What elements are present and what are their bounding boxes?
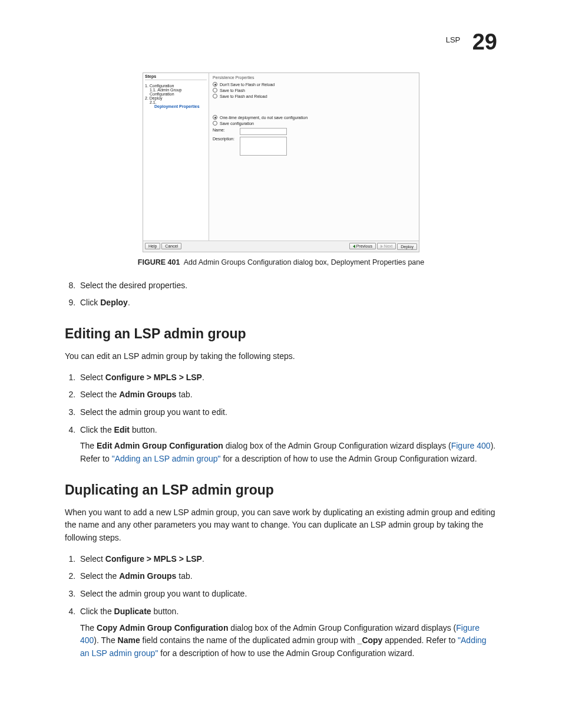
- persistence-properties-title: Persistence Properties: [213, 75, 415, 80]
- step-8: Select the desired properties.: [78, 279, 497, 292]
- radio-save-flash[interactable]: Save to Flash: [213, 88, 415, 93]
- duplicating-lead: When you want to add a new LSP admin gro…: [65, 506, 497, 545]
- cancel-button[interactable]: Cancel: [161, 243, 181, 249]
- radio-save-flash-reload[interactable]: Save to Flash and Reload: [213, 94, 415, 98]
- radio-save-config[interactable]: Save configuration: [213, 121, 415, 126]
- next-button: Next: [377, 243, 396, 249]
- duplicating-steps: Select Configure > MPLS > LSP. Select th…: [65, 553, 497, 660]
- header-chapter-number: 29: [472, 29, 497, 54]
- figure-caption: FIGURE 401 Add Admin Groups Configuratio…: [65, 258, 497, 266]
- radio-icon: [213, 121, 217, 126]
- edit-step-4: Click the Edit button. The Edit Admin Gr…: [78, 424, 497, 466]
- adding-lsp-admin-group-link[interactable]: "Adding an LSP admin group": [112, 454, 221, 463]
- name-input[interactable]: [240, 128, 287, 135]
- help-button[interactable]: Help: [145, 243, 160, 249]
- step-deployment-properties-line: 2.1.: [150, 100, 207, 104]
- radio-icon: [213, 115, 217, 120]
- step-2-1-prefix: 2.1.: [150, 100, 157, 104]
- dup-step-4-detail: The Copy Admin Group Configuration dialo…: [80, 622, 497, 660]
- previous-button[interactable]: Previous: [349, 243, 376, 249]
- name-label: Name:: [213, 128, 237, 132]
- step-deployment-properties: Deployment Properties: [154, 104, 207, 108]
- edit-step-1: Select Configure > MPLS > LSP.: [78, 371, 497, 384]
- figure-label: FIGURE 401: [138, 258, 180, 266]
- wizard-content-pane: Persistence Properties Don't Save to Fla…: [209, 73, 419, 241]
- edit-step-4-detail: The Edit Admin Group Configuration dialo…: [80, 440, 497, 465]
- radio-label: One-time deployment, do not save configu…: [220, 116, 308, 120]
- figure-400-link[interactable]: Figure 400: [451, 441, 491, 450]
- edit-step-2: Select the Admin Groups tab.: [78, 388, 497, 401]
- header-section: LSP: [446, 35, 461, 44]
- radio-label: Save configuration: [220, 121, 254, 126]
- dup-step-3: Select the admin group you want to dupli…: [78, 588, 497, 601]
- wizard-steps-pane: Steps 1. Configuration 1.1. Admin Group …: [143, 73, 209, 241]
- button-label: Next: [384, 244, 392, 248]
- page-header: LSP 29: [65, 29, 497, 55]
- continued-steps-list: Select the desired properties. Click Dep…: [65, 279, 497, 309]
- arrow-left-icon: [353, 245, 355, 248]
- steps-title: Steps: [145, 74, 207, 80]
- step-configuration: 1. Configuration: [145, 84, 207, 88]
- heading-duplicating: Duplicating an LSP admin group: [65, 482, 497, 498]
- arrow-right-icon: [381, 245, 383, 248]
- description-label: Description:: [213, 137, 237, 141]
- radio-label: Save to Flash and Reload: [220, 94, 267, 98]
- dialog-screenshot: Steps 1. Configuration 1.1. Admin Group …: [143, 73, 419, 252]
- figure-text: Add Admin Groups Configuration dialog bo…: [184, 258, 425, 266]
- dup-step-1: Select Configure > MPLS > LSP.: [78, 553, 497, 566]
- dup-step-4: Click the Duplicate button. The Copy Adm…: [78, 605, 497, 660]
- edit-step-3: Select the admin group you want to edit.: [78, 406, 497, 419]
- radio-icon: [213, 82, 217, 87]
- radio-label: Save to Flash: [220, 88, 245, 93]
- radio-icon: [213, 88, 217, 93]
- radio-onetime-deploy[interactable]: One-time deployment, do not save configu…: [213, 115, 415, 120]
- button-label: Previous: [356, 244, 372, 248]
- radio-label: Don't Save to Flash or Reload: [220, 83, 275, 87]
- heading-editing: Editing an LSP admin group: [65, 326, 497, 342]
- radio-icon: [213, 94, 217, 98]
- step-9: Click Deploy.: [78, 297, 497, 309]
- editing-lead: You can edit an LSP admin group by takin…: [65, 350, 497, 363]
- deploy-button[interactable]: Deploy: [397, 243, 417, 250]
- step-deploy: 2. Deploy: [145, 96, 207, 100]
- dup-step-2: Select the Admin Groups tab.: [78, 570, 497, 583]
- step-admin-group-config: 1.1. Admin Group Configuration: [150, 88, 207, 96]
- radio-dont-save[interactable]: Don't Save to Flash or Reload: [213, 82, 415, 87]
- editing-steps: Select Configure > MPLS > LSP. Select th…: [65, 371, 497, 466]
- description-input[interactable]: [240, 137, 287, 156]
- dialog-footer: Help Cancel Previous Next Deploy: [143, 241, 419, 252]
